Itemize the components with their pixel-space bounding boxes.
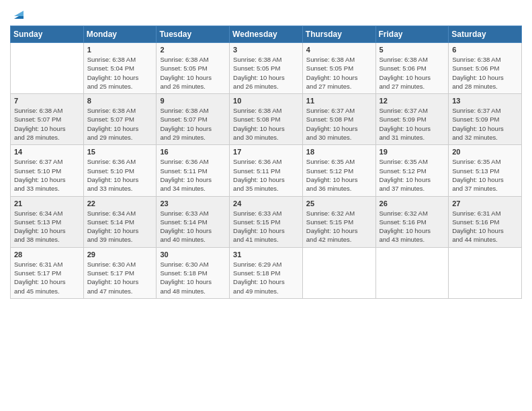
day-number: 31: [233, 250, 299, 259]
cell-info: Sunrise: 6:31 AMSunset: 5:17 PMDaylight:…: [14, 260, 80, 295]
weekday-header-wednesday: Wednesday: [230, 26, 303, 43]
cell-info: Sunrise: 6:37 AMSunset: 5:09 PMDaylight:…: [380, 106, 445, 142]
day-number: 20: [452, 148, 518, 156]
day-number: 25: [306, 199, 372, 208]
cell-info: Sunrise: 6:38 AMSunset: 5:07 PMDaylight:…: [160, 106, 226, 142]
day-number: 16: [160, 148, 226, 156]
header: [10, 7, 522, 21]
day-number: 7: [14, 97, 80, 105]
weekday-header-monday: Monday: [83, 26, 157, 43]
calendar-cell: 5Sunrise: 6:38 AMSunset: 5:06 PMDaylight…: [375, 43, 449, 94]
calendar-cell: 18Sunrise: 6:35 AMSunset: 5:12 PMDayligh…: [302, 145, 375, 196]
day-number: 6: [452, 46, 518, 54]
day-number: 13: [452, 97, 518, 105]
calendar-cell: 7Sunrise: 6:38 AMSunset: 5:07 PMDaylight…: [11, 94, 84, 145]
day-number: 3: [233, 46, 299, 54]
weekday-header-friday: Friday: [375, 26, 449, 43]
day-number: 30: [160, 250, 226, 259]
weekday-header-sunday: Sunday: [11, 26, 84, 43]
cell-info: Sunrise: 6:29 AMSunset: 5:18 PMDaylight:…: [233, 260, 299, 295]
day-number: 9: [160, 97, 226, 105]
day-number: 8: [87, 97, 153, 105]
calendar-week-1: 7Sunrise: 6:38 AMSunset: 5:07 PMDaylight…: [11, 94, 522, 145]
cell-info: Sunrise: 6:35 AMSunset: 5:12 PMDaylight:…: [306, 157, 372, 193]
calendar-cell: 14Sunrise: 6:37 AMSunset: 5:10 PMDayligh…: [11, 145, 84, 196]
weekday-header-thursday: Thursday: [302, 26, 375, 43]
cell-info: Sunrise: 6:34 AMSunset: 5:13 PMDaylight:…: [14, 209, 80, 244]
cell-info: Sunrise: 6:30 AMSunset: 5:18 PMDaylight:…: [160, 260, 226, 295]
calendar-cell: 21Sunrise: 6:34 AMSunset: 5:13 PMDayligh…: [11, 196, 84, 247]
calendar-cell: [11, 43, 84, 94]
cell-info: Sunrise: 6:38 AMSunset: 5:07 PMDaylight:…: [87, 106, 153, 142]
calendar-cell: 6Sunrise: 6:38 AMSunset: 5:06 PMDaylight…: [449, 43, 522, 94]
calendar-cell: 27Sunrise: 6:31 AMSunset: 5:16 PMDayligh…: [449, 196, 522, 247]
cell-info: Sunrise: 6:38 AMSunset: 5:05 PMDaylight:…: [306, 55, 372, 91]
calendar-cell: 11Sunrise: 6:37 AMSunset: 5:08 PMDayligh…: [302, 94, 375, 145]
calendar-cell: 15Sunrise: 6:36 AMSunset: 5:10 PMDayligh…: [83, 145, 157, 196]
day-number: 4: [306, 46, 372, 54]
calendar-week-2: 14Sunrise: 6:37 AMSunset: 5:10 PMDayligh…: [11, 145, 522, 196]
calendar-cell: 9Sunrise: 6:38 AMSunset: 5:07 PMDaylight…: [157, 94, 230, 145]
cell-info: Sunrise: 6:31 AMSunset: 5:16 PMDaylight:…: [452, 209, 518, 244]
calendar-cell: 25Sunrise: 6:32 AMSunset: 5:15 PMDayligh…: [302, 196, 375, 247]
cell-info: Sunrise: 6:38 AMSunset: 5:04 PMDaylight:…: [87, 55, 153, 91]
cell-info: Sunrise: 6:37 AMSunset: 5:08 PMDaylight:…: [306, 106, 372, 142]
cell-info: Sunrise: 6:38 AMSunset: 5:05 PMDaylight:…: [233, 55, 299, 91]
cell-info: Sunrise: 6:35 AMSunset: 5:13 PMDaylight:…: [452, 157, 518, 193]
calendar-cell: 12Sunrise: 6:37 AMSunset: 5:09 PMDayligh…: [375, 94, 449, 145]
calendar-cell: 17Sunrise: 6:36 AMSunset: 5:11 PMDayligh…: [230, 145, 303, 196]
calendar-cell: 2Sunrise: 6:38 AMSunset: 5:05 PMDaylight…: [157, 43, 230, 94]
cell-info: Sunrise: 6:33 AMSunset: 5:14 PMDaylight:…: [160, 209, 226, 244]
calendar-cell: 24Sunrise: 6:33 AMSunset: 5:15 PMDayligh…: [230, 196, 303, 247]
calendar-cell: 28Sunrise: 6:31 AMSunset: 5:17 PMDayligh…: [11, 247, 84, 298]
calendar-cell: 20Sunrise: 6:35 AMSunset: 5:13 PMDayligh…: [449, 145, 522, 196]
day-number: 12: [380, 97, 445, 105]
calendar-cell: 31Sunrise: 6:29 AMSunset: 5:18 PMDayligh…: [230, 247, 303, 298]
calendar-cell: 1Sunrise: 6:38 AMSunset: 5:04 PMDaylight…: [83, 43, 157, 94]
day-number: 10: [233, 97, 299, 105]
day-number: 28: [14, 250, 80, 259]
cell-info: Sunrise: 6:34 AMSunset: 5:14 PMDaylight:…: [87, 209, 153, 244]
cell-info: Sunrise: 6:37 AMSunset: 5:10 PMDaylight:…: [14, 157, 80, 193]
logo-icon: [11, 7, 26, 21]
calendar-cell: [302, 247, 375, 298]
cell-info: Sunrise: 6:32 AMSunset: 5:15 PMDaylight:…: [306, 209, 372, 244]
calendar-cell: 19Sunrise: 6:35 AMSunset: 5:12 PMDayligh…: [375, 145, 449, 196]
day-number: 15: [87, 148, 153, 156]
calendar-cell: 22Sunrise: 6:34 AMSunset: 5:14 PMDayligh…: [83, 196, 157, 247]
calendar-cell: 29Sunrise: 6:30 AMSunset: 5:17 PMDayligh…: [83, 247, 157, 298]
svg-marker-1: [14, 11, 24, 16]
calendar-week-0: 1Sunrise: 6:38 AMSunset: 5:04 PMDaylight…: [11, 43, 522, 94]
calendar-cell: 13Sunrise: 6:37 AMSunset: 5:09 PMDayligh…: [449, 94, 522, 145]
day-number: 11: [306, 97, 372, 105]
day-number: 24: [233, 199, 299, 208]
cell-info: Sunrise: 6:36 AMSunset: 5:11 PMDaylight:…: [233, 157, 299, 193]
day-number: 19: [380, 148, 445, 156]
calendar-cell: 16Sunrise: 6:36 AMSunset: 5:11 PMDayligh…: [157, 145, 230, 196]
calendar-cell: 4Sunrise: 6:38 AMSunset: 5:05 PMDaylight…: [302, 43, 375, 94]
cell-info: Sunrise: 6:38 AMSunset: 5:06 PMDaylight:…: [380, 55, 445, 91]
logo: [10, 7, 26, 21]
calendar-cell: 23Sunrise: 6:33 AMSunset: 5:14 PMDayligh…: [157, 196, 230, 247]
calendar-cell: 26Sunrise: 6:32 AMSunset: 5:16 PMDayligh…: [375, 196, 449, 247]
cell-info: Sunrise: 6:37 AMSunset: 5:09 PMDaylight:…: [452, 106, 518, 142]
page: SundayMondayTuesdayWednesdayThursdayFrid…: [0, 0, 532, 411]
day-number: 1: [87, 46, 153, 54]
day-number: 5: [380, 46, 445, 54]
cell-info: Sunrise: 6:32 AMSunset: 5:16 PMDaylight:…: [380, 209, 445, 244]
day-number: 2: [160, 46, 226, 54]
day-number: 26: [380, 199, 445, 208]
calendar-cell: 8Sunrise: 6:38 AMSunset: 5:07 PMDaylight…: [83, 94, 157, 145]
cell-info: Sunrise: 6:30 AMSunset: 5:17 PMDaylight:…: [87, 260, 153, 295]
cell-info: Sunrise: 6:33 AMSunset: 5:15 PMDaylight:…: [233, 209, 299, 244]
cell-info: Sunrise: 6:35 AMSunset: 5:12 PMDaylight:…: [380, 157, 445, 193]
weekday-header-saturday: Saturday: [449, 26, 522, 43]
calendar-cell: 10Sunrise: 6:38 AMSunset: 5:08 PMDayligh…: [230, 94, 303, 145]
day-number: 17: [233, 148, 299, 156]
day-number: 27: [452, 199, 518, 208]
cell-info: Sunrise: 6:38 AMSunset: 5:05 PMDaylight:…: [160, 55, 226, 91]
cell-info: Sunrise: 6:36 AMSunset: 5:11 PMDaylight:…: [160, 157, 226, 193]
calendar-cell: 30Sunrise: 6:30 AMSunset: 5:18 PMDayligh…: [157, 247, 230, 298]
calendar-cell: 3Sunrise: 6:38 AMSunset: 5:05 PMDaylight…: [230, 43, 303, 94]
calendar-week-4: 28Sunrise: 6:31 AMSunset: 5:17 PMDayligh…: [11, 247, 522, 298]
